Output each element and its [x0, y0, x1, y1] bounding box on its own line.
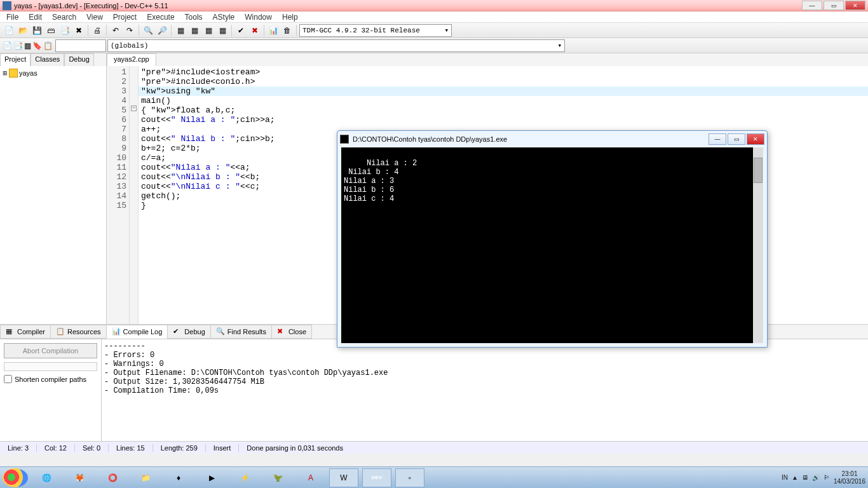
taskbar-devcpp[interactable]: DEV — [362, 468, 391, 487]
taskbar-winamp[interactable]: ⚡ — [230, 468, 259, 487]
expand-icon[interactable]: ⊞ — [3, 70, 8, 76]
menu-window[interactable]: Window — [240, 11, 277, 23]
bottom-tab-close[interactable]: ✖Close — [271, 325, 312, 339]
cmd-icon — [340, 135, 349, 144]
saveall-button[interactable]: 🗃 — [44, 24, 57, 37]
redo-button[interactable]: ↷ — [123, 24, 136, 37]
tray-action-icon[interactable]: 🏳 — [824, 474, 830, 481]
menu-file[interactable]: File — [1, 11, 24, 23]
tray-clock[interactable]: 23:01 14/03/2016 — [834, 470, 865, 485]
bottom-tab-compiler[interactable]: ▦Compiler — [0, 325, 51, 339]
menu-search[interactable]: Search — [47, 11, 81, 23]
print-button[interactable]: 🖨 — [91, 24, 104, 37]
shorten-paths-checkbox[interactable] — [4, 375, 12, 383]
window-titlebar: yayas - [yayas1.dev] - [Executing] - Dev… — [0, 0, 868, 11]
console-titlebar[interactable]: D:\CONTOH\Contoh tyas\contoh DDp\yayas1.… — [337, 131, 767, 147]
bookmark-button[interactable]: 🔖 — [32, 41, 42, 50]
minimize-button[interactable]: — — [802, 1, 822, 10]
menu-view[interactable]: View — [81, 11, 108, 23]
menu-project[interactable]: Project — [108, 11, 142, 23]
replace-button[interactable]: 🔎 — [156, 24, 168, 37]
editor-tabs: yayas2.cpp — [107, 53, 868, 66]
bottom-tab-debug[interactable]: ✔Debug — [167, 325, 210, 339]
log-body[interactable]: --------- - Errors: 0 - Warnings: 0 - Ou… — [102, 339, 868, 441]
saveas-button[interactable]: 📑 — [58, 24, 71, 37]
tray-flag-icon[interactable]: ▲ — [792, 474, 798, 481]
rebuild-button[interactable]: ▦ — [216, 24, 229, 37]
tray-lang[interactable]: IN — [782, 474, 788, 481]
new-src-button[interactable]: 📄 — [3, 41, 12, 50]
taskbar-app2[interactable]: ▶ — [197, 468, 226, 487]
bottom-tab-resources[interactable]: 📋Resources — [50, 325, 107, 339]
maximize-button[interactable]: ▭ — [824, 1, 844, 10]
taskbar-app3[interactable]: 🦖 — [263, 468, 292, 487]
window-title: yayas - [yayas1.dev] - [Executing] - Dev… — [14, 2, 168, 10]
console-body[interactable]: Nilai a : 2 Nilai b : 4 Nilai a : 3 Nila… — [341, 147, 763, 343]
insert-button[interactable]: ▦ — [24, 41, 31, 50]
compile-button[interactable]: ▦ — [174, 24, 187, 37]
console-scrollbar[interactable] — [753, 147, 763, 343]
delete-profile-button[interactable]: 🗑 — [281, 24, 294, 37]
menu-execute[interactable]: Execute — [142, 11, 179, 23]
taskbar: 🌐 🦊 ⭕ 📁 ♦ ▶ ⚡ 🦖 A W DEV ▫ IN ▲ 🖥 🔊 🏳 23:… — [0, 466, 868, 488]
fold-marker[interactable]: − — [131, 105, 137, 111]
save-button[interactable]: 💾 — [31, 24, 43, 37]
tree-root[interactable]: ⊞ yayas — [3, 69, 104, 78]
side-tab-classes[interactable]: Classes — [31, 53, 64, 66]
taskbar-app1[interactable]: ♦ — [164, 468, 193, 487]
taskbar-word[interactable]: W — [329, 468, 358, 487]
start-button[interactable] — [3, 468, 28, 487]
side-tab-debug[interactable]: Debug — [64, 53, 93, 66]
new-button[interactable]: 📄 — [3, 24, 15, 37]
toolbar-main: 📄 📂 💾 🗃 📑 ✖ 🖨 ↶ ↷ 🔍 🔎 ▦ ▦ ▦ ▦ ✔ ✖ 📊 🗑 TD… — [0, 23, 868, 38]
side-tabs: Project Classes Debug — [0, 53, 106, 66]
profile-button[interactable]: 📊 — [267, 24, 280, 37]
console-thumb[interactable] — [754, 158, 763, 183]
bottom-tab-findresults[interactable]: 🔍Find Results — [210, 325, 272, 339]
console-window[interactable]: D:\CONTOH\Contoh tyas\contoh DDp\yayas1.… — [337, 130, 768, 348]
undo-button[interactable]: ↶ — [109, 24, 122, 37]
stop-button[interactable]: ✖ — [248, 24, 261, 37]
side-tab-project[interactable]: Project — [0, 53, 31, 66]
open-button[interactable]: 📂 — [17, 24, 29, 37]
bottom-tab-compilelog[interactable]: 📊Compile Log — [106, 325, 168, 339]
fold-gutter: − — [130, 66, 139, 324]
menu-astyle[interactable]: AStyle — [208, 11, 240, 23]
debug-button[interactable]: ✔ — [234, 24, 247, 37]
compiler-combo[interactable]: TDM-GCC 4.9.2 32-bit Release▾ — [299, 24, 452, 37]
status-col: Col: 12 — [37, 444, 75, 452]
close-file-button[interactable]: ✖ — [72, 24, 85, 37]
goto-button[interactable]: 📋 — [43, 41, 53, 50]
tray-volume-icon[interactable]: 🔊 — [812, 474, 820, 481]
taskbar-adobe[interactable]: A — [296, 468, 325, 487]
menu-tools[interactable]: Tools — [180, 11, 208, 23]
taskbar-chrome[interactable]: ⭕ — [98, 468, 127, 487]
goto-combo[interactable] — [55, 39, 106, 52]
compile-run-button[interactable]: ▦ — [202, 24, 215, 37]
taskbar-cmd[interactable]: ▫ — [395, 468, 424, 487]
taskbar-firefox[interactable]: 🦊 — [65, 468, 94, 487]
console-maximize[interactable]: ▭ — [728, 133, 745, 145]
tray-network-icon[interactable]: 🖥 — [802, 474, 808, 481]
project-icon — [9, 69, 18, 78]
console-title-text: D:\CONTOH\Contoh tyas\contoh DDp\yayas1.… — [353, 135, 507, 143]
menu-help[interactable]: Help — [277, 11, 303, 23]
system-tray[interactable]: IN ▲ 🖥 🔊 🏳 23:01 14/03/2016 — [782, 470, 865, 485]
shorten-paths-check[interactable]: Shorten compiler paths — [4, 375, 97, 383]
find-button[interactable]: 🔍 — [142, 24, 154, 37]
console-close[interactable]: ✕ — [747, 133, 764, 145]
console-minimize[interactable]: — — [709, 133, 726, 145]
project-tree[interactable]: ⊞ yayas — [0, 66, 106, 324]
debug-icon: ✔ — [173, 327, 182, 336]
taskbar-explorer[interactable]: 📁 — [131, 468, 160, 487]
taskbar-ie[interactable]: 🌐 — [32, 468, 61, 487]
run-button[interactable]: ▦ — [188, 24, 201, 37]
editor-tab[interactable]: yayas2.cpp — [107, 53, 156, 66]
abort-button[interactable]: Abort Compilation — [4, 343, 97, 358]
close-button[interactable]: ✕ — [845, 1, 865, 10]
find-icon: 🔍 — [216, 327, 225, 336]
menu-edit[interactable]: Edit — [24, 11, 47, 23]
new-proj-button[interactable]: 📑 — [13, 41, 23, 50]
status-length: Length: 259 — [153, 444, 206, 452]
globals-combo[interactable]: (globals)▾ — [107, 39, 565, 52]
